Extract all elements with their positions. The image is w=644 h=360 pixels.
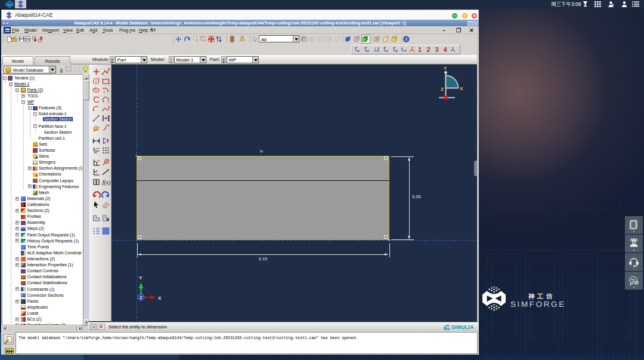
svg-text:1: 1 <box>98 77 100 81</box>
svg-text:Y: Y <box>394 46 396 48</box>
svg-text:Y: Y <box>366 46 367 48</box>
svg-text:SIMFORGE: SIMFORGE <box>510 300 566 309</box>
svg-text:Y: Y <box>444 66 447 71</box>
svg-text:2: 2 <box>104 91 106 94</box>
svg-text:Y: Y <box>405 50 407 53</box>
svg-text:X: X <box>378 50 380 53</box>
svg-text:ds: ds <box>444 325 450 331</box>
svg-text:神工坊: 神工坊 <box>528 293 555 300</box>
svg-text:Y: Y <box>356 46 358 48</box>
svg-text:Z: Z <box>441 87 444 92</box>
svg-text:X: X <box>414 50 415 52</box>
svg-text:X: X <box>158 296 162 301</box>
svg-text:Z: Z <box>402 48 403 50</box>
svg-text:Z: Z <box>140 296 143 300</box>
svg-text:Z: Z <box>385 46 386 48</box>
svg-text:Y: Y <box>139 275 143 281</box>
svg-text:Y: Y <box>413 47 414 49</box>
svg-text:X: X <box>460 86 463 91</box>
svg-text:Z: Z <box>374 48 376 50</box>
svg-text:2: 2 <box>108 101 110 104</box>
svg-text:1: 1 <box>94 87 96 90</box>
svg-text:Z: Z <box>395 50 397 53</box>
svg-text:f(x): f(x) <box>103 179 111 186</box>
svg-text:Z: Z <box>410 50 411 53</box>
